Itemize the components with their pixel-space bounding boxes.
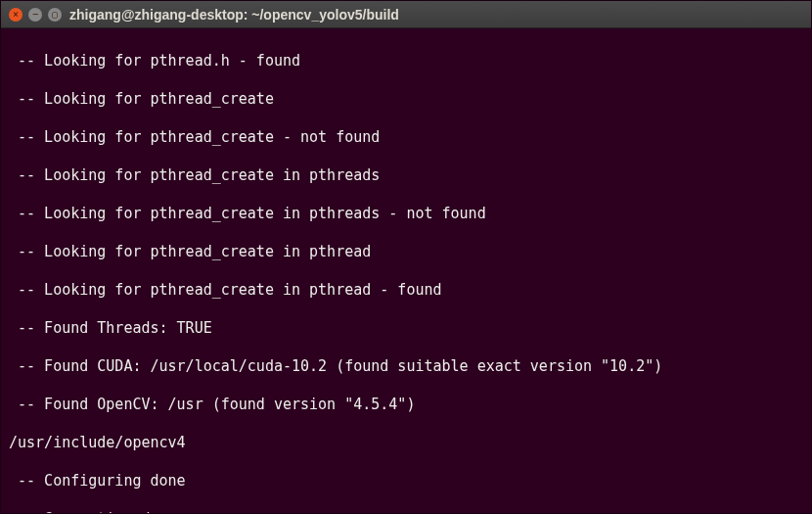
output-line: -- Looking for pthread_create - not foun… bbox=[9, 128, 803, 148]
close-icon[interactable]: × bbox=[9, 8, 23, 22]
terminal-body[interactable]: -- Looking for pthread.h - found -- Look… bbox=[1, 28, 811, 513]
output-line: -- Looking for pthread_create in pthread… bbox=[9, 281, 803, 301]
window-title: zhigang@zhigang-desktop: ~/opencv_yolov5… bbox=[69, 7, 399, 23]
output-line: -- Looking for pthread_create in pthread bbox=[9, 243, 803, 262]
output-line: -- Looking for pthread.h - found bbox=[9, 52, 803, 71]
window-controls: × − ▢ bbox=[9, 8, 62, 22]
output-line: -- Configuring done bbox=[9, 472, 803, 491]
minimize-icon[interactable]: − bbox=[28, 8, 42, 22]
output-line: -- Looking for pthread_create bbox=[9, 90, 803, 110]
output-line: -- Looking for pthread_create in pthread… bbox=[9, 166, 803, 186]
output-line: -- Generating done bbox=[9, 510, 803, 514]
titlebar[interactable]: × − ▢ zhigang@zhigang-desktop: ~/opencv_… bbox=[1, 1, 811, 28]
output-line: -- Found CUDA: /usr/local/cuda-10.2 (fou… bbox=[9, 357, 803, 377]
output-line: -- Found Threads: TRUE bbox=[9, 319, 803, 339]
output-line: -- Looking for pthread_create in pthread… bbox=[9, 205, 803, 224]
maximize-icon[interactable]: ▢ bbox=[48, 8, 62, 22]
output-line: -- Found OpenCV: /usr (found version "4.… bbox=[9, 396, 803, 415]
terminal-window: × − ▢ zhigang@zhigang-desktop: ~/opencv_… bbox=[0, 0, 812, 514]
output-line: /usr/include/opencv4 bbox=[9, 434, 803, 453]
